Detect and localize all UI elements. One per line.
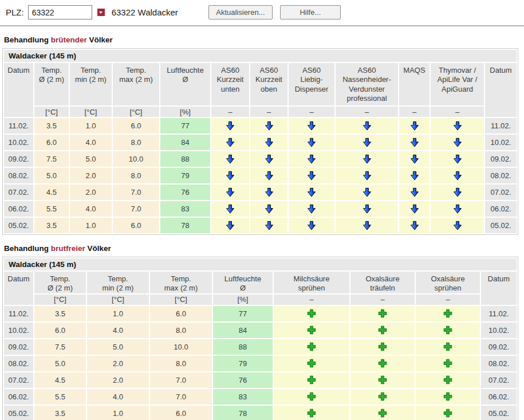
temp-max-cell: 8.0 xyxy=(150,323,212,338)
temp-avg-cell: 3.5 xyxy=(34,306,86,321)
arrow-down-icon xyxy=(409,204,420,214)
temp-min-cell: 5.0 xyxy=(87,339,149,355)
arrow-down-icon xyxy=(409,221,420,231)
arrow-down-icon xyxy=(225,221,235,231)
column-header-treatment: Oxalsäure träufeln xyxy=(350,272,415,293)
temp-min-cell: 2.0 xyxy=(87,372,149,388)
help-button[interactable]: Hilfe... xyxy=(280,5,341,19)
humidity-cell: 79 xyxy=(213,356,273,371)
arrow-down-icon xyxy=(409,154,420,164)
arrow-down-icon xyxy=(225,154,235,164)
column-header-treatment: AS60 Liebig- Dispenser xyxy=(289,63,334,105)
treatment-cell xyxy=(431,135,484,150)
date-cell: 08.02. xyxy=(4,168,33,183)
humidity-cell: 84 xyxy=(213,323,273,338)
temp-avg-cell: 6.0 xyxy=(34,135,69,150)
divider xyxy=(0,25,524,26)
treatment-cell xyxy=(250,135,287,150)
temp-min-cell: 1.0 xyxy=(70,218,112,233)
plz-dropdown-icon[interactable] xyxy=(97,9,105,16)
column-header: Temp. min (2 m) xyxy=(70,63,112,105)
title-suffix: Völker xyxy=(89,36,113,44)
plus-icon xyxy=(307,375,316,384)
treatment-cell xyxy=(399,201,430,217)
column-header-datum: Datum xyxy=(481,272,517,305)
date-cell: 10.02. xyxy=(4,323,33,338)
treatment-cell xyxy=(211,168,249,183)
temp-max-cell: 10.0 xyxy=(150,339,212,355)
humidity-cell: 76 xyxy=(160,185,210,200)
plus-icon xyxy=(443,392,452,401)
treatment-cell xyxy=(399,185,430,200)
treatment-cell xyxy=(336,151,398,167)
treatment-cell xyxy=(250,201,287,217)
table-row: 06.02.5.54.07.08306.02. xyxy=(4,389,517,405)
arrow-down-icon xyxy=(362,121,372,131)
treatment-cell xyxy=(274,406,349,420)
treatment-cell xyxy=(350,356,415,371)
date-cell: 06.02. xyxy=(4,389,33,405)
section-title-broodless: Behandlung brutfreier Völker xyxy=(4,244,524,253)
temp-avg-cell: 7.5 xyxy=(34,151,69,167)
arrow-down-icon xyxy=(452,171,463,181)
date-cell: 10.02. xyxy=(4,135,33,150)
arrow-down-icon xyxy=(409,121,420,131)
arrow-down-icon xyxy=(409,171,420,181)
temp-max-cell: 7.0 xyxy=(113,185,159,200)
toolbar: PLZ: 63322 Waldacker Aktualisieren... Hi… xyxy=(0,0,524,23)
date-cell: 05.02. xyxy=(4,218,33,233)
plus-icon xyxy=(307,309,316,318)
title-highlight: brütender xyxy=(51,36,87,44)
plus-icon xyxy=(443,375,452,384)
treatment-cell xyxy=(399,168,430,183)
unit-cell: – xyxy=(399,107,430,117)
arrow-down-icon xyxy=(264,221,274,231)
arrow-down-icon xyxy=(362,187,372,198)
treatment-cell xyxy=(399,151,430,167)
temp-min-cell: 4.0 xyxy=(87,323,149,338)
temp-max-cell: 6.0 xyxy=(113,118,159,134)
date-cell: 07.02. xyxy=(4,372,33,388)
unit-cell: [°C] xyxy=(113,107,159,117)
column-header-treatment: Thymovar / ApiLife Var / ApiGuard xyxy=(431,63,484,105)
humidity-cell: 83 xyxy=(213,389,273,405)
treatment-cell xyxy=(250,118,287,134)
arrow-down-icon xyxy=(264,121,274,131)
column-header: Luftfeuchte Ø xyxy=(213,272,273,293)
arrow-down-icon xyxy=(225,138,235,148)
plus-icon xyxy=(378,409,387,418)
date-cell: 06.02. xyxy=(4,201,33,217)
table-row: 06.02.5.54.07.08306.02. xyxy=(4,201,517,217)
treatment-cell xyxy=(289,218,334,233)
treatment-cell xyxy=(289,118,334,134)
treatment-cell xyxy=(416,339,480,355)
temp-max-cell: 7.0 xyxy=(150,389,212,405)
temp-avg-cell: 3.5 xyxy=(34,406,86,420)
temp-avg-cell: 5.0 xyxy=(34,356,86,371)
plus-icon xyxy=(443,325,452,335)
unit-cell: – xyxy=(211,107,249,117)
column-header: Temp. min (2 m) xyxy=(87,272,149,293)
date-cell: 06.02. xyxy=(481,389,517,405)
treatment-cell xyxy=(431,118,484,134)
column-header: Temp. Ø (2 m) xyxy=(34,272,86,293)
unit-cell: – xyxy=(250,107,287,117)
treatment-cell xyxy=(211,135,249,150)
plz-input[interactable] xyxy=(28,5,92,19)
table-row: 09.02.7.55.010.08809.02. xyxy=(4,339,517,355)
temp-min-cell: 4.0 xyxy=(70,135,112,150)
date-cell: 09.02. xyxy=(481,339,517,355)
arrow-down-icon xyxy=(362,171,372,181)
refresh-button[interactable]: Aktualisieren... xyxy=(208,5,273,19)
treatment-cell xyxy=(289,185,334,200)
temp-min-cell: 1.0 xyxy=(87,306,149,321)
table-row: 11.02.3.51.06.07711.02. xyxy=(4,118,517,134)
date-cell: 09.02. xyxy=(4,151,33,167)
treatment-cell xyxy=(274,372,349,388)
column-header-datum: Datum xyxy=(485,63,517,117)
unit-cell: [°C] xyxy=(87,295,149,305)
table-row: 07.02.4.52.07.07607.02. xyxy=(4,185,517,200)
treatment-cell xyxy=(416,406,480,420)
treatment-cell xyxy=(416,306,480,321)
treatment-cell xyxy=(431,185,484,200)
